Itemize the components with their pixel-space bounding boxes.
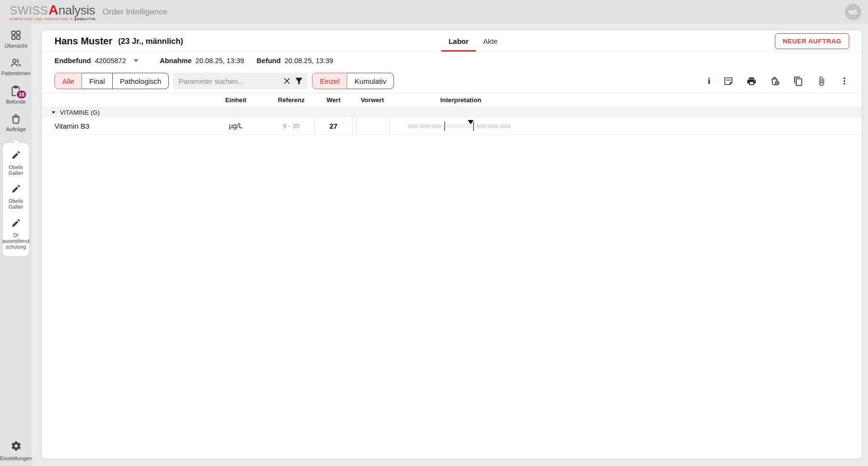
clipboard-icon: 18 [10,85,22,97]
abnahme-value: 20.08.25, 13:39 [195,57,244,65]
interpretation-track-high [476,124,512,128]
shortcut-label-line: Obelix [9,198,23,204]
shortcut-label-line: ausendienst [2,238,30,244]
result-toolbar: i [708,76,849,86]
tab-labor[interactable]: Labor [441,30,476,52]
sidebar-item-label: Patientinnen [1,70,30,76]
memo-icon[interactable] [723,76,733,86]
befund-label: Befund [257,57,281,65]
kebab-menu-icon[interactable] [840,76,849,86]
pencil-icon [11,150,21,162]
sidebar-item-auftraege[interactable]: Aufträge [6,113,26,132]
view-einzel-button[interactable]: Einzel [312,73,347,89]
filter-final-button[interactable]: Final [81,73,113,89]
attachment-icon[interactable] [816,76,827,86]
brand-tagline: KOMPETENZ UND INNOVATION IN [10,17,73,21]
bag-icon [10,113,22,124]
people-icon [10,57,22,68]
parameter-name: Vitamin B3 [54,122,89,130]
value-marker-icon [468,120,474,124]
settings-label: Einstellungen [0,455,32,461]
table-row[interactable]: Vitamin B3 µg/L 9 - 30 27 [42,118,862,135]
shortcut-obelix-gallier-2[interactable]: Obelix Gallier [9,184,23,210]
filter-funnel-icon[interactable] [294,76,304,86]
shortcut-label-line: Gallier [9,204,23,210]
sidebar-item-label: Aufträge [6,126,26,132]
sidebar-item-label: Befunde [6,99,26,105]
order-add-icon[interactable] [770,76,780,86]
dashboard-icon [10,29,22,41]
filter-pathologisch-button[interactable]: Pathologisch [112,73,169,89]
status-filter-group: Alle Final Pathologisch [54,73,169,89]
shortcut-label-line: Dr [2,232,30,238]
column-wert: Wert [314,96,353,104]
tab-akte[interactable]: Akte [476,30,505,52]
sidebar-item-label: Übersicht [5,43,27,49]
sidebar-item-befunde[interactable]: 18 Befunde [6,85,26,105]
brand-rest: nalysis [58,4,95,16]
shortcut-label-line: Gallier [9,170,23,176]
report-info-row: Endbefund 42005872 Abnahme 20.08.25, 13:… [42,52,862,69]
report-number[interactable]: 42005872 [95,57,126,65]
sidebar-item-uebersicht[interactable]: Übersicht [5,29,27,49]
befunde-count-badge: 18 [16,90,27,99]
brand-a: A [49,3,58,17]
shortcut-label-line: schulung [2,244,30,250]
patient-name: Hans Muster [54,36,112,47]
view-kumulativ-button[interactable]: Kumulativ [347,73,394,89]
wert-value: 27 [314,118,353,134]
collapse-caret-icon [52,111,55,114]
shortcut-obelix-gallier-1[interactable]: Obelix Gallier [9,150,23,176]
brand-swiss: SWISS [10,5,48,16]
befund-value: 20.08.25, 13:39 [285,57,333,65]
group-header-label: VITAMINE (G) [60,109,100,116]
search-input[interactable] [178,77,283,85]
favorites-panel: Obelix Gallier Obelix Gallier Dr [3,143,29,256]
column-einheit: Einheit [212,96,260,104]
patient-meta: (23 Jr., männlich) [118,37,183,46]
printer-icon[interactable] [746,76,757,86]
info-icon[interactable]: i [708,76,710,86]
main-panel: Hans Muster (23 Jr., männlich) Labor Akt… [42,30,862,459]
app-logo[interactable]: SWISSAnalysis KOMPETENZ UND INNOVATION I… [10,3,96,21]
column-vorwert: Vorwert [355,96,389,104]
reference-low-tick [444,121,445,131]
shortcut-label-line: Obelix [9,164,23,170]
pencil-icon [11,184,21,196]
table-header: Einheit Referenz Wert Vorwert Interpreta… [42,93,862,107]
report-type-label: Endbefund [54,57,91,65]
shortcut-aussendienst-schulung[interactable]: Dr ausendienst schulung [2,218,30,250]
parameter-search [173,73,308,89]
column-referenz: Referenz [267,96,315,104]
tab-bar: Labor Akte [441,30,505,52]
patient-header: Hans Muster (23 Jr., männlich) Labor Akt… [42,30,862,52]
user-avatar[interactable]: NS [845,4,861,20]
interpretation-track-normal [445,124,473,128]
sidebar: Übersicht Patientinnen 18 Befunde [0,24,32,466]
new-order-button[interactable]: NEUER AUFTRAG [775,33,849,49]
clear-search-icon[interactable] [283,77,291,85]
group-row-vitamine[interactable]: VITAMINE (G) [42,107,862,118]
filter-toolbar: Alle Final Pathologisch Einzel Kumulativ… [42,69,862,93]
product-name: Order Intelligence [103,7,167,17]
copy-icon[interactable] [793,76,803,86]
interpretation-bar [407,118,513,134]
column-interpretation: Interpretation [440,96,481,104]
sidebar-item-patientinnen[interactable]: Patientinnen [1,57,30,76]
brand-tagline-accent: ANALYTIK [75,17,96,21]
pencil-icon [11,218,21,230]
einheit-value: µg/L [212,122,260,130]
topbar: SWISSAnalysis KOMPETENZ UND INNOVATION I… [0,0,868,24]
vorwert-value [356,118,390,134]
chevron-down-icon[interactable] [134,59,138,62]
filter-alle-button[interactable]: Alle [54,73,82,89]
interpretation-track-low [407,124,442,128]
sidebar-item-einstellungen[interactable]: Einstellungen [0,440,32,461]
gear-icon [11,440,22,453]
view-mode-group: Einzel Kumulativ [312,73,394,89]
abnahme-label: Abnahme [160,57,191,65]
referenz-value: 9 - 30 [267,122,315,130]
